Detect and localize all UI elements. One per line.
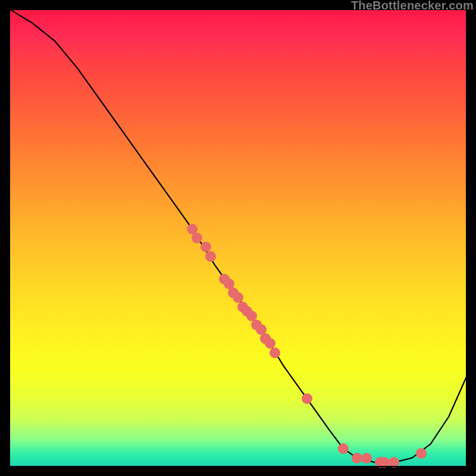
watermark-text: TheBottlenecker.com — [351, 0, 474, 12]
heatmap-background — [9, 9, 467, 467]
chart-frame — [9, 9, 467, 467]
